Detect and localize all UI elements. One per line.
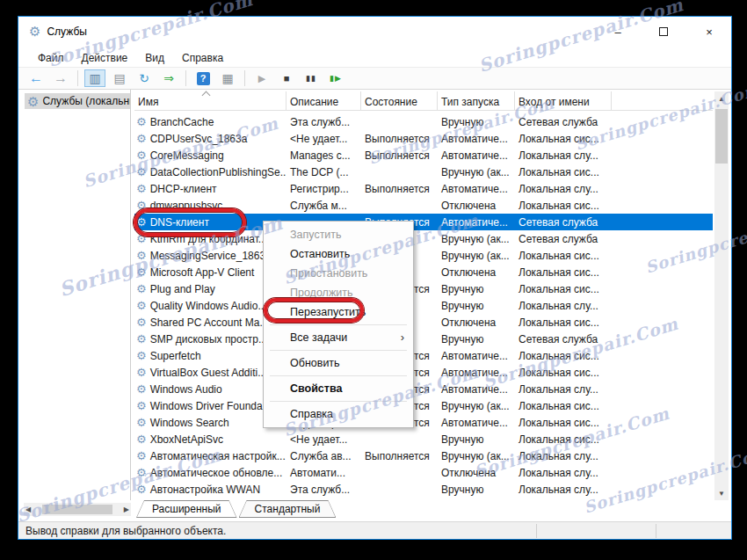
table-row[interactable]: ⚙Автоматическая настройк...Служба ав...В… (134, 447, 713, 464)
table-row[interactable]: ⚙Shared PC Account Ma...ОтключенаЛокальн… (134, 314, 713, 331)
logon-as-cell: Локальная сис... (515, 266, 612, 279)
service-name-cell: ⚙Автоматическое обновле... (134, 467, 286, 479)
help-question-glyph: ? (197, 72, 210, 85)
table-row[interactable]: ⚙SMP дисковых простр...ВручнуюСетевая сл… (134, 331, 713, 347)
table-row[interactable]: ⚙SuperfetchВыполняетсяАвтоматиче...Локал… (134, 347, 713, 364)
table-row[interactable]: ⚙BranchCacheЭта служб...ВручнуюСетевая с… (134, 113, 713, 130)
context-menu-item-свойства[interactable]: Свойства (264, 379, 413, 398)
logon-as-cell: Локальная слу... (515, 450, 612, 462)
description-cell: <Не удает... (286, 433, 361, 446)
forward-icon[interactable]: → (50, 69, 71, 87)
services-window: ⚙ Службы – × ФайлДействиеВидСправка ←→▥▤… (18, 16, 732, 540)
startup-type-cell: Автоматиче... (438, 417, 515, 429)
startup-type-cell: Автоматиче... (438, 149, 515, 162)
scroll-down-icon[interactable]: ▼ (714, 486, 729, 500)
scroll-right-icon[interactable]: ▶ (124, 505, 129, 513)
column-header-status[interactable]: Состояние (361, 91, 438, 111)
table-row[interactable]: ⚙Plug and PlayВыполняетсяВручнуюЛокальна… (134, 280, 713, 297)
service-name-text: Microsoft App-V Client (150, 266, 255, 279)
toolbar-separator (77, 70, 78, 86)
service-gear-icon: ⚙ (136, 116, 147, 127)
table-row[interactable]: ⚙CDPUserSvc_1863a<Не удает...Выполняется… (134, 130, 713, 147)
description-cell: The DCP (... (286, 166, 361, 178)
table-row[interactable]: ⚙MessagingService_1863...Вручную (ак...Л… (134, 247, 713, 264)
table-row[interactable]: ⚙Windows Driver Founda...ВыполняетсяВруч… (134, 397, 713, 414)
logon-as-cell: Локальная сис... (515, 400, 612, 412)
table-row[interactable]: ⚙CoreMessagingManages c...ВыполняетсяАвт… (134, 147, 713, 164)
scroll-left-icon[interactable]: ◀ (25, 505, 31, 513)
back-icon[interactable]: ← (25, 69, 47, 87)
toolbar-separator (244, 70, 245, 86)
tab-standard[interactable]: Стандартный (239, 500, 337, 518)
tree-scrollbar-thumb[interactable] (42, 505, 112, 514)
submenu-arrow-icon: › (401, 328, 404, 347)
context-menu-item-справка[interactable]: Справка (264, 404, 413, 424)
table-row[interactable]: ⚙DataCollectionPublishingSe...The DCP (.… (134, 164, 713, 180)
column-header-logon-as[interactable]: Вход от имени (515, 91, 612, 111)
stop-service-icon[interactable]: ■ (276, 69, 297, 87)
table-row[interactable]: ⚙Автоматическое обновле...Автомати...Отк… (134, 464, 713, 481)
menu-view[interactable]: Вид (136, 49, 173, 67)
menu-action[interactable]: Действие (73, 49, 137, 67)
service-gear-icon: ⚙ (136, 417, 147, 428)
standard-view-icon[interactable]: ▦ (217, 69, 238, 87)
logon-as-cell: Локальная сис... (515, 367, 612, 379)
status-divider (656, 524, 656, 538)
service-name-cell: ⚙CDPUserSvc_1863a (134, 133, 286, 145)
table-row[interactable]: ⚙Quality Windows Audio...ВручнуюЛокальна… (134, 297, 713, 314)
tree-horizontal-scrollbar[interactable]: ◀ ▶ (24, 503, 131, 516)
startup-type-cell: Отключена (438, 467, 515, 479)
status-cell: Выполняется (361, 149, 438, 162)
table-row[interactable]: ⚙XboxNetApiSvc<Не удает...ВручнуюЛокальн… (134, 431, 713, 447)
tree-item-services-local[interactable]: ⚙ Службы (локальные) (25, 93, 131, 109)
scroll-up-icon[interactable]: ▲ (714, 91, 729, 105)
description-cell: Эта служб... (286, 116, 361, 128)
service-name-text: Автонастройка WWAN (150, 484, 260, 496)
menu-help[interactable]: Справка (173, 49, 232, 67)
context-menu-item-все-задачи[interactable]: Все задачи› (264, 328, 413, 347)
service-gear-icon: ⚙ (136, 266, 147, 278)
table-row[interactable]: ⚙VirtualBox Guest Additi...ВыполняетсяАв… (134, 364, 713, 381)
maximize-button[interactable] (654, 22, 673, 41)
table-row[interactable]: ⚙Windows SearchИндексир...ВыполняетсяАвт… (134, 414, 713, 431)
service-gear-icon: ⚙ (136, 283, 147, 295)
export-list-icon[interactable]: ⇒ (158, 69, 179, 87)
context-menu-item-остановить[interactable]: Остановить (264, 244, 413, 264)
toolbar-separator (185, 70, 186, 86)
minimize-button[interactable]: – (608, 22, 627, 41)
service-gear-icon: ⚙ (136, 433, 147, 445)
menu-file[interactable]: Файл (29, 49, 73, 67)
context-menu: ЗапуститьОстановитьПриостановитьПродолжи… (263, 221, 414, 428)
service-gear-icon: ⚙ (136, 149, 147, 161)
column-header-name[interactable]: Имя (134, 91, 286, 111)
table-row[interactable]: ⚙Windows AudioВыполняетсяАвтоматиче...Ло… (134, 381, 713, 397)
context-menu-item-обновить[interactable]: Обновить (264, 353, 413, 373)
startup-type-cell: Вручную (ак... (438, 450, 515, 462)
maximize-icon (659, 27, 668, 36)
help-icon[interactable]: ? (192, 69, 214, 87)
startup-type-cell: Вручную (438, 333, 515, 345)
startup-type-cell: Вручную (ак... (438, 400, 515, 412)
table-row[interactable]: ⚙Автонастройка WWANЭта служб...ВручнуюЛо… (134, 481, 713, 498)
properties-icon[interactable]: ▤ (109, 69, 130, 87)
column-header-startup-type[interactable]: Тип запуска (438, 91, 515, 111)
restart-service-icon[interactable]: ▮▶ (325, 69, 346, 87)
service-name-text: Quality Windows Audio... (150, 300, 267, 312)
table-row[interactable]: ⚙Microsoft App-V ClientОтключенаЛокальна… (134, 264, 713, 280)
service-name-text: CoreMessaging (150, 149, 224, 162)
start-service-icon[interactable]: ▶ (251, 69, 272, 87)
refresh-icon[interactable]: ↻ (134, 69, 155, 87)
startup-type-cell: Вручную (438, 300, 515, 312)
show-console-tree-icon[interactable]: ▥ (84, 69, 105, 87)
logon-as-cell: Локальная слу... (515, 383, 612, 396)
description-cell: Эта служб... (286, 484, 361, 496)
tab-extended[interactable]: Расширенный (136, 500, 237, 518)
service-gear-icon: ⚙ (136, 467, 147, 478)
scrollbar-thumb[interactable] (715, 109, 728, 164)
vertical-scrollbar[interactable]: ▲ ▼ (714, 91, 729, 500)
column-header-description[interactable]: Описание (286, 91, 361, 111)
close-button[interactable]: × (700, 22, 719, 41)
startup-type-cell: Вручную (438, 116, 515, 128)
pause-service-icon[interactable]: ▮▮ (301, 69, 322, 87)
table-row[interactable]: ⚙DHCP-клиентРегистрир...ВыполняетсяАвтом… (134, 180, 713, 197)
